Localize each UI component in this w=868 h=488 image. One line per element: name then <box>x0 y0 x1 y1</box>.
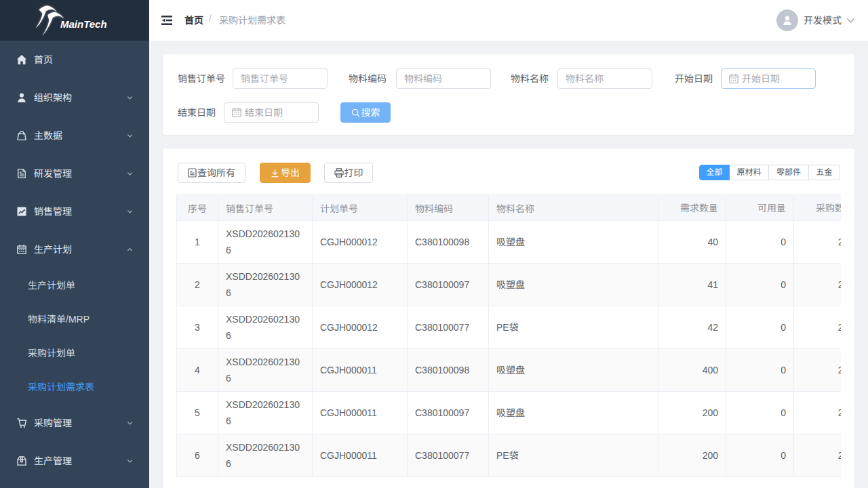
svg-text:MainTech: MainTech <box>60 18 107 30</box>
